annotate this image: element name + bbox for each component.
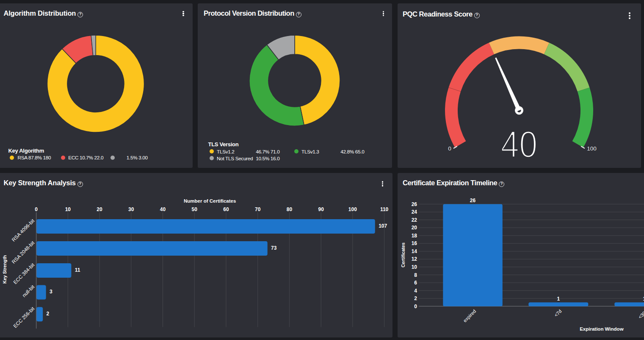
svg-text:24: 24 (412, 209, 417, 215)
svg-text:8: 8 (414, 272, 417, 278)
svg-text:12: 12 (412, 256, 417, 262)
svg-text:20: 20 (412, 225, 417, 231)
svg-text:4: 4 (414, 288, 417, 294)
svg-text:2: 2 (414, 295, 417, 301)
svg-text:26: 26 (412, 201, 417, 207)
svg-text:22: 22 (412, 217, 417, 223)
svg-text:expired: expired (462, 309, 477, 323)
svg-text:<30d: <30d (637, 309, 644, 320)
svg-text:0: 0 (414, 304, 417, 309)
svg-text:26: 26 (470, 198, 476, 203)
svg-text:16: 16 (412, 240, 417, 246)
svg-text:<7d: <7d (553, 309, 563, 318)
svg-text:Certificates: Certificates (401, 242, 406, 268)
svg-text:18: 18 (412, 233, 417, 239)
svg-text:Expiration Window: Expiration Window (580, 326, 623, 332)
svg-text:1: 1 (557, 296, 560, 302)
svg-text:10: 10 (412, 264, 417, 270)
svg-text:14: 14 (412, 248, 417, 254)
svg-text:6: 6 (414, 280, 417, 286)
